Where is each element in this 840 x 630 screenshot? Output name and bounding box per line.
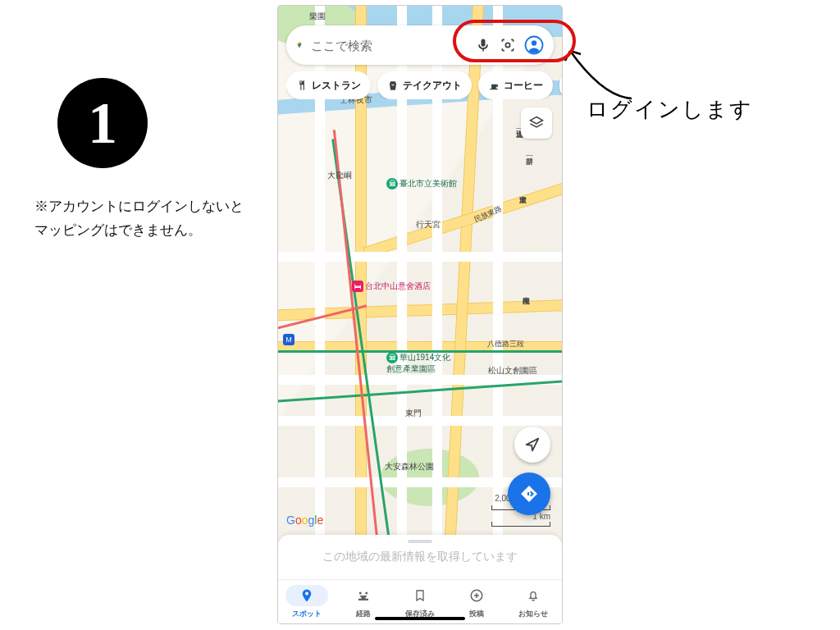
nav-label: 経路 xyxy=(356,609,371,619)
category-chips-row: レストラン テイクアウト コーヒー xyxy=(286,71,562,99)
map-attribution: Google xyxy=(286,514,323,527)
route-icon xyxy=(356,588,371,603)
search-bar[interactable] xyxy=(286,25,554,65)
pin-icon xyxy=(299,588,314,603)
svg-point-1 xyxy=(505,43,509,47)
poi-label[interactable]: 行天宮 xyxy=(416,219,441,231)
poi-park[interactable]: 🏛華山1914文化 創意產業園區 xyxy=(386,352,450,375)
map-layers-button[interactable] xyxy=(521,107,552,139)
chip-takeout[interactable]: テイクアウト xyxy=(377,71,472,99)
poi-label[interactable]: 大龍峒 xyxy=(327,170,352,181)
directions-fab[interactable] xyxy=(508,472,550,515)
voice-search-icon[interactable] xyxy=(475,34,491,56)
sheet-handle[interactable] xyxy=(408,540,432,543)
street-label: 八德路三段 xyxy=(487,339,524,349)
poi-label[interactable]: 樂園 xyxy=(309,11,326,22)
poi-park[interactable]: 大安森林公園 xyxy=(385,461,434,472)
sheet-status-text: この地域の最新情報を取得しています xyxy=(322,550,518,564)
metro-icon: M xyxy=(283,334,294,345)
takeout-bag-icon xyxy=(387,80,399,91)
chip-label: コーヒー xyxy=(504,79,543,93)
nav-label: スポット xyxy=(292,609,322,619)
chip-label: レストラン xyxy=(312,79,361,93)
chip-restaurants[interactable]: レストラン xyxy=(286,71,371,99)
chip-more[interactable] xyxy=(559,71,562,99)
poi-hotel[interactable]: 🛏台北中山意舍酒店 xyxy=(352,281,431,292)
museum-icon: 🏛 xyxy=(386,178,398,189)
poi-museum[interactable]: 🏛臺北市立美術館 xyxy=(386,178,457,189)
bell-icon xyxy=(527,588,540,603)
home-indicator xyxy=(375,617,465,620)
location-arrow-icon xyxy=(523,436,541,454)
chip-label: テイクアウト xyxy=(403,79,462,93)
bookmark-icon xyxy=(413,588,427,603)
directions-icon xyxy=(519,484,539,504)
search-input[interactable] xyxy=(311,39,467,52)
hotel-icon: 🛏 xyxy=(352,281,363,292)
nav-label: 投稿 xyxy=(469,609,484,619)
chip-coffee[interactable]: コーヒー xyxy=(478,71,553,99)
google-maps-pin-icon xyxy=(296,36,303,54)
layers-icon xyxy=(528,115,545,131)
coffee-cup-icon xyxy=(488,80,500,91)
park-icon: 🏛 xyxy=(386,352,398,363)
nav-explore[interactable]: スポット xyxy=(278,580,335,623)
nav-label: お知らせ xyxy=(518,609,548,619)
plus-circle-icon xyxy=(469,588,484,603)
nav-updates[interactable]: お知らせ xyxy=(505,580,562,623)
svg-point-3 xyxy=(532,40,536,45)
my-location-button[interactable] xyxy=(514,427,550,463)
phone-frame: M 士林夜市 大龍峒 🏛臺北市立美術館 行天宮 民族東路 🛏台北中山意舍酒店 八… xyxy=(277,5,563,624)
step-note: ※アカウントにログインしないとマッピングはできません。 xyxy=(34,195,248,243)
poi-label[interactable]: 東門 xyxy=(405,408,422,419)
bottom-sheet[interactable]: この地域の最新情報を取得しています xyxy=(278,535,562,579)
step-number-badge: 1 xyxy=(57,78,148,168)
lens-search-icon[interactable] xyxy=(500,34,516,56)
login-annotation: ログインします xyxy=(587,95,753,124)
account-icon[interactable] xyxy=(524,34,544,56)
fork-knife-icon xyxy=(296,80,308,91)
poi-label[interactable]: 松山文創園區 xyxy=(488,365,537,377)
